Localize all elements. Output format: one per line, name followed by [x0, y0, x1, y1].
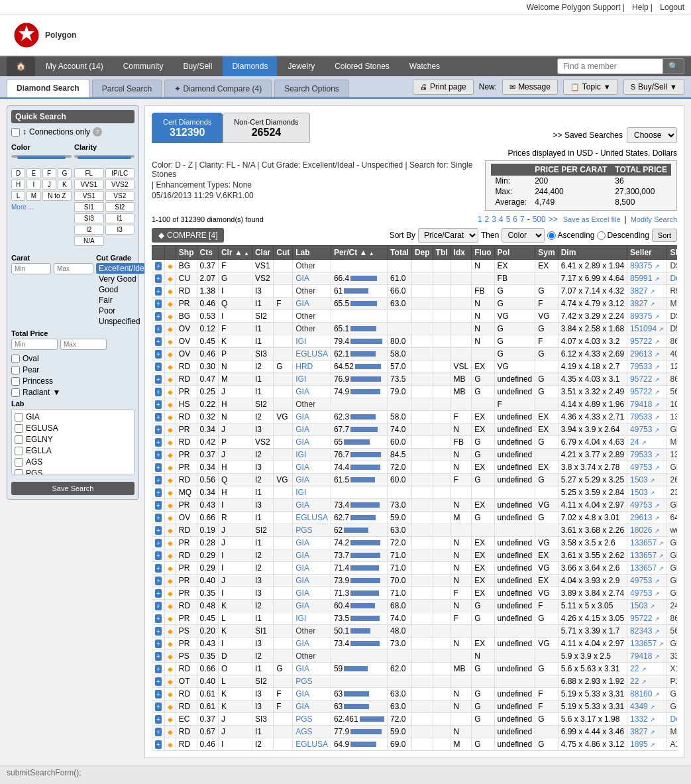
- cell-seller[interactable]: 133657 ↗: [627, 638, 667, 650]
- cell-sku[interactable]: D5631: [667, 323, 677, 335]
- clarity-I1[interactable]: I1: [105, 213, 135, 223]
- clarity-VVS1[interactable]: VVS1: [74, 180, 104, 190]
- cell-diamond[interactable]: ◆: [164, 323, 176, 335]
- cell-diamond[interactable]: ◆: [164, 575, 176, 587]
- cell-sku[interactable]: GEM6106: [667, 499, 677, 512]
- cell-seller[interactable]: 1503 ↗: [627, 486, 667, 499]
- cell-diamond[interactable]: ◆: [164, 260, 176, 272]
- cell-sku[interactable]: GEM5609: [667, 562, 677, 575]
- add-icon[interactable]: +: [155, 614, 162, 623]
- cell-sku[interactable]: 1346327: [667, 449, 677, 461]
- cell-sku[interactable]: GEM5215: [667, 423, 677, 436]
- cell-diamond[interactable]: ◆: [164, 398, 176, 411]
- cell-lab[interactable]: GIA: [293, 499, 331, 512]
- cell-lab[interactable]: IGI: [293, 335, 331, 348]
- cell-add[interactable]: +: [152, 361, 165, 373]
- add-icon[interactable]: +: [155, 476, 162, 484]
- cell-sku[interactable]: 33031: [667, 650, 677, 663]
- add-icon[interactable]: +: [155, 627, 162, 636]
- cell-sku[interactable]: Details: [667, 272, 677, 285]
- col-idx[interactable]: Idx: [451, 246, 472, 260]
- cell-diamond[interactable]: ◆: [164, 461, 176, 474]
- cell-diamond[interactable]: ◆: [164, 612, 176, 625]
- cell-add[interactable]: +: [152, 499, 165, 512]
- cell-diamond[interactable]: ◆: [164, 474, 176, 486]
- cell-lab[interactable]: Other: [293, 260, 331, 272]
- cell-diamond[interactable]: ◆: [164, 298, 176, 310]
- cell-lab[interactable]: Other: [293, 323, 331, 335]
- shape-princess-checkbox[interactable]: [11, 377, 20, 386]
- cell-add[interactable]: +: [152, 512, 165, 524]
- cell-add[interactable]: +: [152, 373, 165, 386]
- cell-seller[interactable]: 133657 ↗: [627, 549, 667, 562]
- cell-add[interactable]: +: [152, 436, 165, 449]
- col-shp[interactable]: Shp: [176, 246, 197, 260]
- cell-seller[interactable]: 89375 ↗: [627, 310, 667, 323]
- cell-lab[interactable]: GIA: [293, 663, 331, 675]
- cell-add[interactable]: +: [152, 738, 165, 751]
- help-link[interactable]: Help: [632, 3, 649, 12]
- color-E[interactable]: E: [27, 168, 40, 178]
- add-icon[interactable]: +: [155, 640, 162, 648]
- nav-jewelry[interactable]: Jewelry: [278, 56, 324, 76]
- cell-sku[interactable]: P11105: [667, 675, 677, 688]
- cell-sku[interactable]: 566-18: [667, 625, 677, 638]
- then-select[interactable]: Color Clarity Cut: [502, 228, 545, 243]
- cell-lab[interactable]: IGI: [293, 449, 331, 461]
- add-icon[interactable]: +: [155, 526, 162, 535]
- cell-sku[interactable]: GEM5212: [667, 461, 677, 474]
- cell-seller[interactable]: 4349 ↗: [627, 700, 667, 713]
- cell-lab[interactable]: GIA: [293, 272, 331, 285]
- cell-diamond[interactable]: ◆: [164, 361, 176, 373]
- cell-diamond[interactable]: ◆: [164, 587, 176, 600]
- cell-sku[interactable]: 23475: [667, 486, 677, 499]
- carat-min-input[interactable]: [11, 263, 51, 274]
- cell-diamond[interactable]: ◆: [164, 688, 176, 700]
- cell-sku[interactable]: 26044: [667, 474, 677, 486]
- clarity-I2[interactable]: I2: [74, 225, 104, 235]
- cell-sku[interactable]: 8669: [667, 373, 677, 386]
- tab-diamond-search[interactable]: Diamond Search: [7, 79, 89, 97]
- cell-add[interactable]: +: [152, 423, 165, 436]
- cell-sku[interactable]: 402V: [667, 348, 677, 361]
- add-icon[interactable]: +: [155, 652, 162, 661]
- cell-diamond[interactable]: ◆: [164, 499, 176, 512]
- cell-diamond[interactable]: ◆: [164, 600, 176, 612]
- page-4[interactable]: 4: [499, 215, 504, 224]
- col-seller[interactable]: Seller: [627, 246, 667, 260]
- lab-eglla-checkbox[interactable]: [15, 447, 23, 455]
- save-search-btn[interactable]: Save Search: [11, 482, 134, 495]
- cell-add[interactable]: +: [152, 398, 165, 411]
- cell-diamond[interactable]: ◆: [164, 625, 176, 638]
- clarity-VS1[interactable]: VS1: [74, 191, 104, 201]
- cert-tab-cert[interactable]: Cert Diamonds 312390: [152, 113, 223, 143]
- add-icon[interactable]: +: [155, 690, 162, 699]
- clarity-SI1[interactable]: SI1: [74, 202, 104, 212]
- cell-add[interactable]: +: [152, 650, 165, 663]
- add-icon[interactable]: +: [155, 451, 162, 459]
- cell-add[interactable]: +: [152, 587, 165, 600]
- cell-add[interactable]: +: [152, 713, 165, 726]
- cell-seller[interactable]: 1332 ↗: [627, 713, 667, 726]
- clarity-IPLC[interactable]: IP/LC: [105, 168, 135, 178]
- cell-diamond[interactable]: ◆: [164, 486, 176, 499]
- col-dep[interactable]: Dep: [411, 246, 433, 260]
- cell-seller[interactable]: 79533 ↗: [627, 449, 667, 461]
- cell-sku[interactable]: DS-570: [667, 260, 677, 272]
- add-icon[interactable]: +: [155, 702, 162, 711]
- add-icon[interactable]: +: [155, 274, 162, 283]
- cell-add[interactable]: +: [152, 612, 165, 625]
- cell-add[interactable]: +: [152, 688, 165, 700]
- add-icon[interactable]: +: [155, 715, 162, 724]
- cell-seller[interactable]: 95722 ↗: [627, 335, 667, 348]
- cell-seller[interactable]: 85991 ↗: [627, 272, 667, 285]
- col-pol[interactable]: Pol: [494, 246, 535, 260]
- color-M[interactable]: M: [27, 191, 40, 201]
- cell-lab[interactable]: GIA: [293, 423, 331, 436]
- col-sym[interactable]: Sym: [535, 246, 558, 260]
- nav-community[interactable]: Community: [114, 56, 173, 76]
- cell-lab[interactable]: GIA: [293, 688, 331, 700]
- cell-sku[interactable]: A15869: [667, 738, 677, 751]
- cell-seller[interactable]: 95722 ↗: [627, 373, 667, 386]
- cell-add[interactable]: +: [152, 675, 165, 688]
